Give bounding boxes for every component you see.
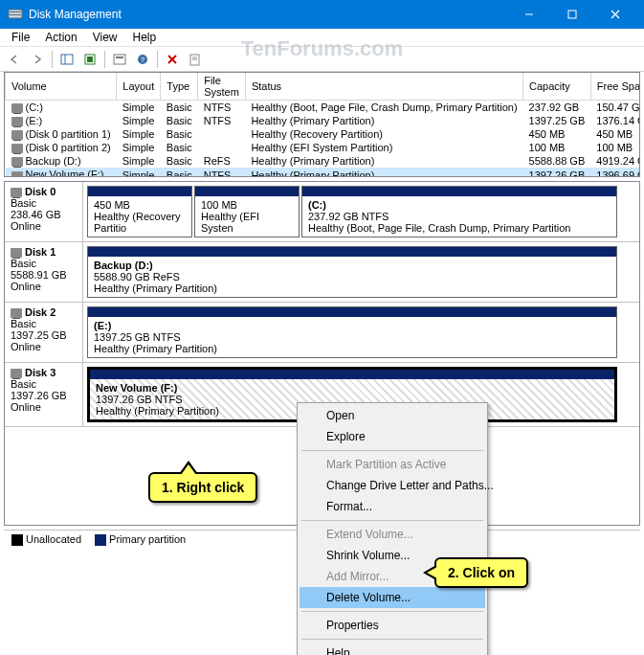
menu-action[interactable]: Action <box>37 29 84 46</box>
svg-rect-2 <box>10 14 21 15</box>
disk-info[interactable]: Disk 3Basic1397.26 GBOnline <box>5 363 83 426</box>
disk-info[interactable]: Disk 0Basic238.46 GBOnline <box>5 182 83 241</box>
volume-list[interactable]: Volume Layout Type File System Status Ca… <box>4 72 640 177</box>
legend-primary: Primary partition <box>95 533 186 546</box>
menu-separator <box>301 520 483 521</box>
menu-item-open[interactable]: Open <box>300 405 485 426</box>
close-button[interactable] <box>593 0 636 29</box>
menu-item-help[interactable]: Help <box>300 643 485 655</box>
svg-rect-0 <box>9 10 22 18</box>
menu-item-properties[interactable]: Properties <box>300 615 485 636</box>
menu-item-mark-partition-as-active: Mark Partition as Active <box>300 454 485 475</box>
menu-view[interactable]: View <box>85 29 125 46</box>
svg-rect-7 <box>61 55 73 64</box>
volume-row[interactable]: (Disk 0 partition 1)SimpleBasicHealthy (… <box>6 127 641 141</box>
toolbar: ? <box>0 47 644 72</box>
legend-unallocated: Unallocated <box>11 533 81 546</box>
svg-rect-10 <box>87 56 93 62</box>
delete-button[interactable] <box>162 49 183 70</box>
volume-row[interactable]: New Volume (F:)SimpleBasicNTFSHealthy (P… <box>6 168 641 177</box>
partition[interactable]: 100 MBHealthy (EFI Systen <box>194 186 300 237</box>
volume-row[interactable]: (Disk 0 partition 2)SimpleBasicHealthy (… <box>6 141 641 154</box>
menu-item-format[interactable]: Format... <box>300 496 485 517</box>
maximize-button[interactable] <box>550 0 593 29</box>
properties-button[interactable] <box>185 49 206 70</box>
volume-row[interactable]: Backup (D:)SimpleBasicReFSHealthy (Prima… <box>6 154 641 168</box>
context-menu: OpenExploreMark Partition as ActiveChang… <box>297 402 488 655</box>
col-layout[interactable]: Layout <box>117 73 161 101</box>
show-hide-tree-button[interactable] <box>56 49 78 70</box>
volume-row[interactable]: (C:)SimpleBasicNTFSHealthy (Boot, Page F… <box>6 101 641 115</box>
menu-file[interactable]: File <box>4 29 37 46</box>
col-status[interactable]: Status <box>245 73 522 101</box>
col-volume[interactable]: Volume <box>6 73 117 101</box>
disk-row: Disk 1Basic5588.91 GBOnlineBackup (D:)55… <box>5 242 639 303</box>
svg-text:?: ? <box>141 56 145 64</box>
disk-info[interactable]: Disk 1Basic5588.91 GBOnline <box>5 242 83 302</box>
forward-button[interactable] <box>27 49 48 70</box>
app-icon <box>8 7 23 22</box>
menu-bar: File Action View Help <box>0 29 644 47</box>
svg-rect-1 <box>10 11 21 12</box>
svg-rect-4 <box>568 11 576 18</box>
menu-item-delete-volume[interactable]: Delete Volume... <box>300 587 485 608</box>
menu-separator <box>301 639 483 640</box>
col-capacity[interactable]: Capacity <box>523 73 591 101</box>
window-title: Disk Management <box>29 8 507 21</box>
disk-info[interactable]: Disk 2Basic1397.25 GBOnline <box>5 303 83 362</box>
col-free[interactable]: Free Space <box>590 73 640 101</box>
title-bar: Disk Management <box>0 0 644 29</box>
menu-item-change-drive-letter-and-paths[interactable]: Change Drive Letter and Paths... <box>300 475 485 496</box>
menu-separator <box>301 611 483 612</box>
col-fs[interactable]: File System <box>198 73 246 101</box>
disk-row: Disk 0Basic238.46 GBOnline450 MBHealthy … <box>5 182 639 242</box>
partition[interactable]: (E:)1397.25 GB NTFSHealthy (Primary Part… <box>87 306 617 358</box>
menu-separator <box>301 450 483 451</box>
minimize-button[interactable] <box>507 0 550 29</box>
callout-click-on: 2. Click on <box>434 557 528 588</box>
menu-help[interactable]: Help <box>125 29 165 46</box>
settings-button[interactable] <box>109 49 130 70</box>
volume-row[interactable]: (E:)SimpleBasicNTFSHealthy (Primary Part… <box>6 114 641 127</box>
help-button[interactable]: ? <box>132 49 153 70</box>
disk-row: Disk 2Basic1397.25 GBOnline(E:)1397.25 G… <box>5 303 639 363</box>
partition[interactable]: 450 MBHealthy (Recovery Partitio <box>87 186 192 237</box>
menu-item-explore[interactable]: Explore <box>300 426 485 447</box>
callout-right-click: 1. Right click <box>148 472 257 503</box>
col-type[interactable]: Type <box>161 73 198 101</box>
partition[interactable]: (C:)237.92 GB NTFSHealthy (Boot, Page Fi… <box>301 186 617 237</box>
partition[interactable]: Backup (D:)5588.90 GB ReFSHealthy (Prima… <box>87 246 617 298</box>
svg-rect-12 <box>116 56 123 58</box>
back-button[interactable] <box>4 49 25 70</box>
menu-item-extend-volume: Extend Volume... <box>300 524 485 545</box>
refresh-button[interactable] <box>79 49 100 70</box>
svg-rect-11 <box>114 55 125 64</box>
